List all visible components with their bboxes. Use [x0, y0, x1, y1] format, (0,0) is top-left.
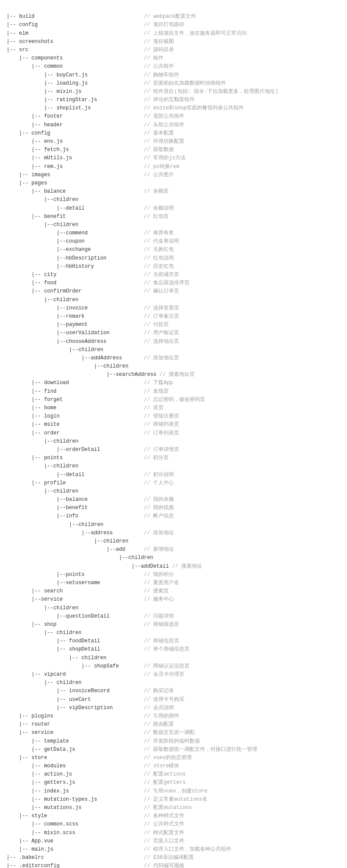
- line-text-40: |--chooseAddress // 选择地址页: [7, 338, 340, 346]
- line-text-16: |-- env.js // 环境切换配置: [7, 138, 340, 146]
- line-text-31: |--hbHistory // 历史红包: [7, 263, 340, 271]
- line-100: |-- mutations.js // 配置mutations: [7, 804, 340, 812]
- line-61: |--info // 帐户信息: [7, 512, 340, 520]
- line-19: |-- rem.js // px转换rem: [7, 163, 340, 171]
- line-16: |-- env.js // 环境切换配置: [7, 138, 340, 146]
- line-text-95: |-- modules // store模块: [7, 762, 340, 770]
- line-62: |--children: [7, 521, 340, 529]
- line-comment-11: // 评论的五颗星组件: [144, 97, 195, 103]
- line-32: |-- city // 当前城市页: [7, 271, 340, 279]
- line-text-86: |-- plugins // 引用的插件: [7, 712, 340, 720]
- line-67: |--addDetail // 搜索地址: [7, 562, 340, 571]
- line-text-44: |--searchAddress // 搜索地址页: [7, 371, 340, 379]
- line-comment-27: // 推荐有奖: [144, 230, 174, 236]
- line-text-26: |--children: [7, 221, 340, 229]
- line-comment-36: // 选择发票页: [144, 305, 180, 311]
- line-36: |--invoice // 选择发票页: [7, 304, 340, 312]
- line-text-8: |-- buyCart.js // 购物车组件: [7, 71, 340, 79]
- line-92: |-- getData.js // 获取数据统一调配文件，对接口进行统一管理: [7, 746, 340, 754]
- line-comment-6: // 组件: [144, 55, 164, 61]
- line-text-21: |-- pages: [7, 179, 340, 187]
- line-64: |--children: [7, 537, 340, 546]
- line-49: |-- login // 登陆注册页: [7, 412, 340, 421]
- line-23: |--children: [7, 196, 340, 204]
- line-91: |-- template // 开发阶段的临时数据: [7, 737, 340, 746]
- line-6: |-- components // 组件: [7, 54, 340, 62]
- line-comment-19: // px转换rem: [144, 164, 180, 170]
- line-text-62: |--children: [7, 521, 340, 529]
- line-comment-8: // 购物车组件: [144, 72, 180, 78]
- line-76: |-- foodDetail // 商铺信息页: [7, 637, 340, 645]
- line-text-27: |--commend // 推荐有奖: [7, 229, 340, 237]
- line-102: |-- style // 各种样式文件: [7, 812, 340, 820]
- line-comment-46: // 发现页: [144, 388, 169, 395]
- line-text-79: |-- shopSafe // 商铺认证信息页: [7, 662, 340, 671]
- line-9: |-- loading.js // 页面初始化加载数据时动画组件: [7, 79, 340, 88]
- line-comment-17: // 获取数据: [144, 147, 174, 153]
- line-comment-96: // 配置actions: [144, 771, 186, 777]
- line-comment-100: // 配置mutations: [144, 805, 192, 811]
- line-text-56: |--detail // 积分说明: [7, 471, 340, 479]
- line-text-60: |--benefit // 我的优惠: [7, 504, 340, 512]
- line-comment-22: // 余额页: [144, 188, 169, 194]
- line-34: |-- confirmOrder // 确认订单页: [7, 287, 340, 296]
- line-text-4: |-- screenshots // 项目截图: [7, 38, 340, 46]
- line-comment-98: // 引用vuex，创建store: [144, 788, 207, 794]
- line-97: |-- getters.js // 配置getters: [7, 779, 340, 787]
- line-96: |-- action.js // 配置actions: [7, 770, 340, 779]
- line-comment-30: // 红包说明: [144, 255, 174, 261]
- line-83: |-- useCart // 使用卡号购买: [7, 696, 340, 704]
- line-text-22: |-- balance // 余额页: [7, 187, 340, 196]
- line-comment-24: // 余额说明: [144, 205, 174, 211]
- line-text-61: |--info // 帐户信息: [7, 512, 340, 520]
- line-text-65: |--add // 新增地址: [7, 546, 340, 554]
- line-text-88: |-- router // 路由配置: [7, 720, 340, 729]
- line-text-49: |-- login // 登陆注册页: [7, 412, 340, 421]
- line-comment-97: // 配置getters: [144, 779, 186, 786]
- line-comment-92: // 获取数据统一调配文件，对接口进行统一管理: [144, 746, 258, 753]
- line-text-14: |-- header // 头部公共组件: [7, 121, 340, 129]
- line-111: |-- .editorconfig // 代码编写规格: [7, 862, 340, 868]
- line-comment-76: // 商铺信息页: [144, 638, 180, 644]
- line-45: |-- download // 下载App: [7, 379, 340, 387]
- line-44: |--searchAddress // 搜索地址页: [7, 371, 340, 379]
- line-comment-5: // 源码目录: [144, 47, 174, 53]
- line-38: |--payment // 付款页: [7, 321, 340, 329]
- line-comment-4: // 项目截图: [144, 39, 174, 45]
- line-comment-32: // 当前城市页: [144, 272, 180, 278]
- line-text-66: |--children: [7, 554, 340, 562]
- line-comment-38: // 付款页: [144, 322, 169, 328]
- line-comment-13: // 底部公共组件: [144, 113, 185, 119]
- line-comment-51: // 订单列表页: [144, 430, 180, 436]
- line-comment-110: // ES6语法编译配置: [144, 855, 194, 861]
- line-43: |--children: [7, 362, 340, 371]
- line-12: |-- shoplist.js // msite和shop页面的餐馆列表公共组件: [7, 104, 340, 112]
- line-comment-48: // 首页: [144, 405, 164, 411]
- line-82: |-- invoiceRecord // 购买记录: [7, 687, 340, 695]
- line-text-58: |--children: [7, 487, 340, 496]
- line-text-29: |--exchange // 兑换红包: [7, 246, 340, 254]
- line-text-78: |-- children: [7, 654, 340, 662]
- line-text-5: |-- src // 源码目录: [7, 46, 340, 54]
- line-comment-50: // 商铺列表页: [144, 421, 180, 427]
- line-4: |-- screenshots // 项目截图: [7, 38, 340, 46]
- line-comment-53: // 订单详情页: [144, 447, 180, 453]
- line-text-106: |-- App.vue // 页面入口文件: [7, 837, 340, 845]
- line-comment-3: // 上线项目文件，放在服务器即可正常访问: [144, 30, 247, 36]
- line-comment-65: // 新增地址: [144, 546, 174, 552]
- line-72: |--children: [7, 604, 340, 612]
- line-7: |-- common // 公共组件: [7, 62, 340, 71]
- line-text-73: |--questionDetail // 问题详情: [7, 612, 340, 621]
- line-60: |--benefit // 我的优惠: [7, 504, 340, 512]
- line-text-3: |-- elm // 上线项目文件，放在服务器即可正常访问: [7, 30, 340, 38]
- line-text-45: |-- download // 下载App: [7, 379, 340, 387]
- line-text-10: |-- mixin.js // 组件混合(包括: 指令·下拉加载更多，处理图片地…: [7, 88, 340, 96]
- line-30: |--hbDescription // 红包说明: [7, 254, 340, 263]
- line-comment-28: // 代金券说明: [144, 238, 180, 244]
- line-text-48: |-- home // 首页: [7, 404, 340, 412]
- line-comment-10: // 组件混合(包括: 指令·下拉加载更多，处理图片地址): [144, 89, 278, 95]
- line-39: |--userValidation // 用户验证页: [7, 329, 340, 337]
- line-text-6: |-- components // 组件: [7, 54, 340, 62]
- line-comment-73: // 问题详情: [144, 613, 174, 619]
- code-container: |-- build // webpack配置文件|-- config // 项目…: [7, 4, 340, 868]
